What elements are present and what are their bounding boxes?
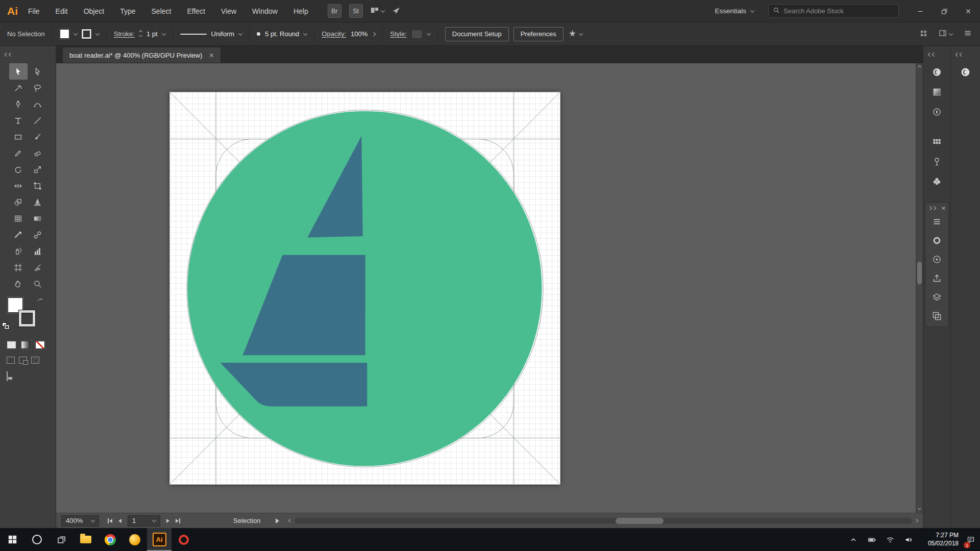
document-setup-button[interactable]: Document Setup	[445, 27, 509, 41]
scroll-down-icon[interactable]	[916, 505, 923, 513]
gradient-panel-icon[interactable]	[928, 84, 946, 99]
selection-tool[interactable]	[9, 63, 28, 80]
scroll-up-icon[interactable]	[916, 63, 923, 71]
zoom-tool[interactable]	[29, 276, 47, 292]
fill-color-swatch[interactable]	[60, 29, 69, 39]
style-panel-link[interactable]: Style:	[390, 30, 407, 38]
slice-tool[interactable]	[29, 259, 47, 276]
draw-behind-icon[interactable]	[19, 357, 27, 364]
color-panel-icon[interactable]	[928, 233, 946, 248]
swatches-panel-icon[interactable]	[928, 134, 946, 149]
creative-cloud-panel-icon[interactable]	[957, 64, 975, 80]
expand-dock-icon[interactable]	[956, 53, 963, 56]
menu-effect[interactable]: Effect	[187, 7, 205, 15]
line-segment-tool[interactable]	[29, 112, 47, 129]
control-panel-dock-button[interactable]	[939, 29, 952, 39]
change-screen-mode-icon[interactable]	[7, 371, 8, 381]
file-explorer-button[interactable]	[74, 528, 98, 551]
fill-chevron-icon[interactable]	[73, 31, 77, 35]
perspective-grid-tool[interactable]	[29, 194, 47, 210]
status-flyout-icon[interactable]	[276, 518, 279, 523]
close-flyout-icon[interactable]	[941, 206, 945, 210]
swap-fill-stroke-icon[interactable]	[37, 297, 43, 306]
stroke-weight-chevron-icon[interactable]	[161, 31, 165, 35]
panel-menu-icon[interactable]	[928, 214, 946, 229]
menu-object[interactable]: Object	[84, 7, 104, 15]
style-chevron-icon[interactable]	[427, 31, 431, 35]
collapse-tools-icon[interactable]	[5, 53, 12, 56]
direct-selection-tool[interactable]	[29, 63, 47, 80]
stock-button[interactable]: St	[349, 4, 363, 18]
task-view-button[interactable]	[49, 528, 74, 551]
close-button[interactable]	[956, 0, 980, 22]
rectangle-tool[interactable]	[9, 129, 28, 145]
paintbrush-tool[interactable]	[29, 129, 47, 145]
menu-window[interactable]: Window	[252, 7, 278, 15]
artboard-tool[interactable]	[9, 259, 28, 276]
stroke-weight-stepper[interactable]	[139, 31, 142, 37]
horizontal-scroll-track[interactable]	[295, 518, 912, 524]
scale-tool[interactable]	[29, 161, 47, 178]
show-hidden-icons-button[interactable]	[844, 528, 863, 551]
vertical-scroll-thumb[interactable]	[917, 262, 922, 284]
artboard-number-select[interactable]: 1	[128, 515, 160, 527]
start-button[interactable]	[0, 528, 24, 551]
opacity-submenu-icon[interactable]	[372, 32, 376, 36]
menu-type[interactable]: Type	[120, 7, 135, 15]
stroke-panel-link[interactable]: Stroke:	[114, 30, 135, 38]
draw-normal-icon[interactable]	[7, 357, 15, 364]
stroke-swatch[interactable]	[19, 310, 35, 327]
canvas[interactable]	[56, 63, 916, 513]
cortana-button[interactable]	[24, 528, 49, 551]
width-profile-value[interactable]: Uniform	[211, 30, 235, 38]
menu-file[interactable]: File	[28, 7, 40, 15]
pen-tool[interactable]	[9, 96, 28, 112]
menu-edit[interactable]: Edit	[56, 7, 68, 15]
battery-icon[interactable]	[863, 528, 881, 551]
gradient-button[interactable]	[21, 341, 31, 349]
menu-help[interactable]: Help	[293, 7, 308, 15]
width-tool[interactable]	[9, 178, 28, 194]
none-button[interactable]	[35, 341, 45, 349]
yellow-app-button[interactable]	[122, 528, 147, 551]
blend-tool[interactable]	[29, 227, 47, 243]
chrome-button[interactable]	[98, 528, 122, 551]
symbols-panel-icon[interactable]	[928, 173, 946, 189]
align-to-pixel-grid-button[interactable]	[568, 29, 582, 39]
taskbar-clock[interactable]: 7:27 PM 05/02/2018	[918, 528, 962, 551]
horizontal-scroll-thumb[interactable]	[616, 518, 664, 524]
wifi-icon[interactable]	[881, 528, 899, 551]
color-button[interactable]	[7, 341, 16, 349]
preferences-button[interactable]: Preferences	[513, 27, 564, 41]
lasso-tool[interactable]	[29, 80, 47, 96]
document-tab[interactable]: boat reader.ai* @ 400% (RGB/GPU Preview)	[62, 47, 221, 63]
column-graph-tool[interactable]	[29, 243, 47, 259]
free-transform-tool[interactable]	[29, 178, 47, 194]
appearance-panel-icon[interactable]	[928, 252, 946, 267]
last-artboard-icon[interactable]	[176, 518, 180, 523]
restore-button[interactable]	[932, 0, 956, 22]
control-panel-grid-icon[interactable]	[920, 30, 927, 39]
collapse-flyout-icon[interactable]	[928, 207, 936, 210]
eyedropper-tool[interactable]	[9, 227, 28, 243]
scroll-left-icon[interactable]	[288, 519, 292, 522]
boat-icon-artwork[interactable]	[170, 92, 560, 484]
gpu-performance-icon[interactable]	[392, 6, 401, 16]
stock-search-box[interactable]	[768, 4, 899, 18]
shape-builder-tool[interactable]	[9, 194, 28, 210]
search-input[interactable]	[783, 7, 894, 15]
bridge-button[interactable]: Br	[328, 4, 341, 18]
layers-panel-icon[interactable]	[928, 289, 946, 305]
next-artboard-icon[interactable]	[166, 519, 169, 523]
workspace-switcher[interactable]: Essentials	[715, 7, 754, 15]
width-profile-chevron-icon[interactable]	[238, 31, 242, 35]
export-panel-icon[interactable]	[928, 270, 946, 286]
libraries-panel-icon[interactable]	[928, 64, 946, 80]
red-app-button[interactable]	[172, 528, 196, 551]
control-panel-menu-icon[interactable]	[964, 29, 972, 39]
stroke-chevron-icon[interactable]	[95, 31, 99, 35]
gradient-tool[interactable]	[29, 210, 47, 227]
vertical-scrollbar[interactable]	[916, 63, 923, 513]
horizontal-scrollbar[interactable]	[289, 518, 918, 524]
illustrator-button[interactable]: Ai	[147, 528, 172, 551]
